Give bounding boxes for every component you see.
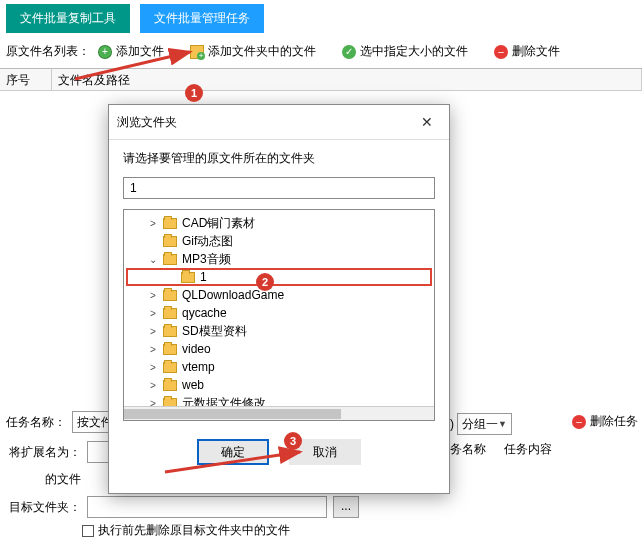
tree-item-label: vtemp — [182, 360, 215, 374]
expand-icon: > — [148, 380, 158, 391]
tree-item[interactable]: Gif动态图 — [126, 232, 432, 250]
folder-icon — [163, 380, 177, 391]
folder-tree[interactable]: >CAD铜门素材Gif动态图⌄MP3音频1>QLDownloadGame>qyc… — [123, 209, 435, 421]
expand-icon: > — [148, 308, 158, 319]
col-header-index: 序号 — [0, 69, 52, 90]
tree-item[interactable]: >web — [126, 376, 432, 394]
folder-icon — [163, 362, 177, 373]
tree-item-label: SD模型资料 — [182, 323, 247, 340]
tree-item-label: web — [182, 378, 204, 392]
delete-task-button[interactable]: 删除任务 — [572, 413, 638, 430]
top-btn-copy-tool[interactable]: 文件批量复制工具 — [6, 4, 130, 33]
target-folder-label: 目标文件夹： — [6, 499, 81, 516]
folder-icon — [163, 326, 177, 337]
callout-badge-1: 1 — [185, 84, 203, 102]
delete-file-label: 删除文件 — [512, 43, 560, 60]
chevron-down-icon: ▼ — [498, 419, 507, 429]
expand-icon: > — [148, 344, 158, 355]
delete-task-label: 删除任务 — [590, 413, 638, 430]
top-btn-manage-task[interactable]: 文件批量管理任务 — [140, 4, 264, 33]
tree-hscroll-thumb[interactable] — [124, 409, 341, 419]
expand-icon: > — [148, 218, 158, 229]
task-content-col-label: 任务内容 — [504, 441, 552, 458]
dialog-title: 浏览文件夹 — [117, 114, 177, 131]
browse-folder-dialog: 浏览文件夹 ✕ 请选择要管理的原文件所在的文件夹 >CAD铜门素材Gif动态图⌄… — [108, 104, 450, 494]
group-value: 分组一 — [462, 416, 498, 433]
folder-icon — [163, 308, 177, 319]
tree-item[interactable]: >SD模型资料 — [126, 322, 432, 340]
folder-icon — [163, 344, 177, 355]
dialog-path-input[interactable] — [123, 177, 435, 199]
add-folder-files-button[interactable]: 添加文件夹中的文件 — [190, 43, 316, 60]
group-select[interactable]: 分组一 ▼ — [457, 413, 512, 435]
tree-item[interactable]: 1 — [126, 268, 432, 286]
folder-icon — [163, 290, 177, 301]
add-folder-files-label: 添加文件夹中的文件 — [208, 43, 316, 60]
folder-icon — [163, 236, 177, 247]
tree-item-label: Gif动态图 — [182, 233, 233, 250]
check-icon — [342, 45, 356, 59]
add-file-label: 添加文件 — [116, 43, 164, 60]
plus-icon — [98, 45, 112, 59]
dialog-close-button[interactable]: ✕ — [413, 111, 441, 133]
tree-hscrollbar[interactable] — [124, 406, 434, 420]
delete-file-button[interactable]: 删除文件 — [494, 43, 560, 60]
callout-badge-2: 2 — [256, 273, 274, 291]
tree-item-label: video — [182, 342, 211, 356]
delete-before-exec-checkbox[interactable] — [82, 525, 94, 537]
tree-item-label: MP3音频 — [182, 251, 231, 268]
expand-icon: > — [148, 362, 158, 373]
task-name-label: 任务名称： — [6, 414, 66, 431]
ext-label: 将扩展名为： — [6, 444, 81, 461]
tree-item[interactable]: >video — [126, 340, 432, 358]
folder-icon — [163, 218, 177, 229]
add-file-button[interactable]: 添加文件 — [98, 43, 164, 60]
tree-item[interactable]: >QLDownloadGame — [126, 286, 432, 304]
callout-badge-3: 3 — [284, 432, 302, 450]
tree-item-label: CAD铜门素材 — [182, 215, 255, 232]
delete-before-exec-label: 执行前先删除原目标文件夹中的文件 — [98, 522, 290, 539]
folder-icon — [181, 272, 195, 283]
of-file-label: 的文件 — [6, 471, 81, 488]
tree-item-label: qycache — [182, 306, 227, 320]
dialog-hint: 请选择要管理的原文件所在的文件夹 — [123, 150, 435, 167]
folder-icon — [163, 254, 177, 265]
select-by-size-button[interactable]: 选中指定大小的文件 — [342, 43, 468, 60]
tree-item[interactable]: ⌄MP3音频 — [126, 250, 432, 268]
target-folder-input[interactable] — [87, 496, 327, 518]
tree-item[interactable]: >qycache — [126, 304, 432, 322]
col-header-path: 文件名及路径 — [52, 69, 642, 90]
minus-icon — [572, 415, 586, 429]
select-by-size-label: 选中指定大小的文件 — [360, 43, 468, 60]
browse-target-button[interactable] — [333, 496, 359, 518]
folder-add-icon — [190, 45, 204, 59]
tree-item[interactable]: >vtemp — [126, 358, 432, 376]
dialog-ok-button[interactable]: 确定 — [197, 439, 269, 465]
expand-icon: ⌄ — [148, 254, 158, 265]
tree-item[interactable]: >CAD铜门素材 — [126, 214, 432, 232]
source-list-label: 原文件名列表： — [6, 43, 90, 60]
expand-icon: > — [148, 326, 158, 337]
minus-icon — [494, 45, 508, 59]
expand-icon: > — [148, 290, 158, 301]
tree-item-label: 1 — [200, 270, 207, 284]
